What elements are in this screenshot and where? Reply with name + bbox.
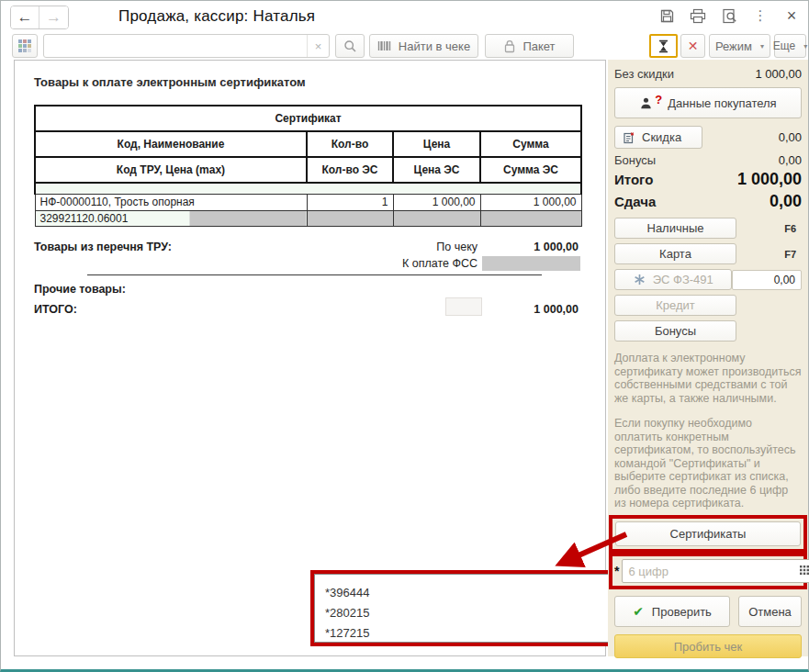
search-field: × [43,34,330,58]
cell-tru-code: 329921120.06001 [35,210,307,226]
certificate-number: *127215 [325,623,611,644]
page-title: Продажа, кассир: Наталья [118,7,315,26]
fss-value-box [482,256,580,271]
table-group-header: Сертификат [35,106,581,131]
nav-buttons: ← → [10,6,69,29]
certificate-table: Сертификат Код, Наименование Кол-во Цена… [34,105,582,227]
spacer-row [35,183,581,194]
certificate-number: *280215 [325,603,611,623]
change-value: 0,00 [770,192,802,211]
save-icon[interactable] [657,6,676,25]
es-amount-field[interactable]: 0,00 [732,270,802,290]
col-header: Сумма ЭС [480,157,581,183]
discount-value: 0,00 [779,130,802,144]
packet-label: Пакет [522,39,555,53]
hint-text-certificate: Если покупку необходимо оплатить конкрет… [614,417,802,510]
bag-icon [503,39,516,53]
document-heading: Товары к оплате электронным сертификатом [34,75,306,89]
title-bar: ← → Продажа, кассир: Наталья ⋮ × [1,1,808,32]
customer-data-label: Данные покупателя [668,96,776,110]
payment-panel: Без скидки 1 000,00 ? Данные покупателя … [608,60,808,656]
grid-icon [18,39,31,52]
certificates-label: Сертификаты [670,527,747,541]
forward-icon[interactable]: → [39,6,68,28]
required-mark: * [614,564,619,578]
verify-button[interactable]: ✔ Проверить [614,596,730,627]
card-hotkey: F7 [784,249,796,260]
question-badge: ? [655,93,662,106]
digits-field [622,559,809,583]
fss-label: К оплате ФСС [402,257,478,270]
table-row[interactable]: 329921120.06001 [35,210,581,226]
col-header: Сумма [480,131,581,157]
col-header: Цена [393,131,480,157]
col-header: Цена ЭС [393,157,480,183]
card-label: Карта [659,247,691,261]
cell-name: НФ-00000110, Трость опорная [35,194,307,210]
nomenclature-grid-button[interactable] [12,34,38,58]
bonuses-label: Бонусы [614,153,656,167]
find-in-receipt-button[interactable]: Найти в чеке [369,34,478,58]
find-in-receipt-label: Найти в чеке [399,39,470,53]
hourglass-icon [657,39,670,53]
hourglass-button[interactable] [649,34,678,58]
keypad-icon[interactable] [795,565,809,577]
commit-receipt-button[interactable]: Пробить чек [614,634,802,658]
certificate-number: *396444 [325,583,611,603]
person-icon [639,96,653,110]
change-label: Сдача [614,194,656,209]
cell-qty-es [307,210,393,226]
mode-label: Режим [715,39,752,53]
cell-price: 1 000,00 [393,194,480,210]
print-icon[interactable] [689,6,707,25]
cell-sum: 1 000,00 [480,194,581,210]
clear-search-icon[interactable]: × [307,35,329,57]
search-icon [343,39,357,53]
discount-label: Скидка [642,130,681,144]
table-row[interactable]: НФ-00000110, Трость опорная 1 1 000,00 1… [35,194,581,210]
cash-hotkey: F6 [784,223,796,234]
es-label: ЭС ФЗ-491 [653,273,713,286]
receipt-document: Товары к оплате электронным сертификатом… [14,60,606,656]
bonuses-value: 0,00 [779,153,802,167]
close-icon[interactable]: × [782,6,801,25]
credit-button[interactable]: Кредит [614,295,736,316]
more-menu-icon[interactable]: ⋮ [751,6,770,25]
cash-button[interactable]: Наличные [614,218,736,239]
certificates-button[interactable]: Сертификаты [615,521,801,546]
cell-sum-es [480,210,581,226]
cancel-label: Отмена [748,605,792,619]
cancel-receipt-button[interactable]: ✕ [680,34,705,58]
snowflake-icon [634,274,646,286]
cash-label: Наличные [647,221,704,235]
grand-total-value: 1 000,00 [534,303,579,316]
packet-button[interactable]: Пакет [485,34,574,58]
search-input[interactable] [44,35,307,57]
other-goods-label: Прочие товары: [34,283,126,296]
bonuses-button-label: Бонусы [655,324,696,338]
bonuses-button[interactable]: Бонусы [614,320,736,342]
back-icon[interactable]: ← [11,6,39,28]
customer-data-button[interactable]: ? Данные покупателя [614,87,802,118]
total-input-box[interactable] [445,297,482,316]
tru-total-label: Товары из перечня ТРУ: [34,241,172,253]
digits-annotation-border: * [609,553,807,589]
commit-label: Пробить чек [674,640,743,654]
certificates-annotation-box: *396444 *280215 *127215 [310,570,614,646]
electronic-certificate-button[interactable]: ЭС ФЗ-491 [614,269,732,290]
col-header: Кол-во [307,131,393,157]
cancel-button[interactable]: Отмена [738,596,802,627]
card-button[interactable]: Карта [614,243,736,264]
more-button[interactable]: Еще▾ [774,34,806,58]
digits-input[interactable] [623,565,795,578]
search-button[interactable] [335,34,365,58]
discount-button[interactable]: Скидка [614,126,702,149]
preview-icon[interactable] [720,6,738,25]
grand-total-label: ИТОГО: [34,303,77,316]
more-label: Еще [773,39,795,52]
hint-text-surcharge: Доплата к электронному сертификату может… [614,352,802,405]
col-header: Код, Наименование [35,131,307,157]
check-icon: ✔ [633,604,644,619]
mode-button[interactable]: Режим▾ [709,34,770,58]
cell-price-es [393,210,480,226]
